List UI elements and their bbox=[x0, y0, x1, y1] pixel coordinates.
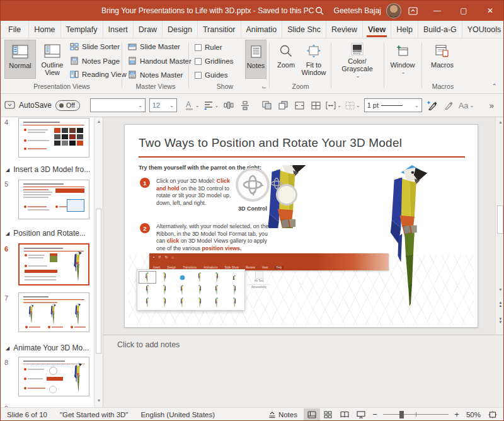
section-insert-3d-model[interactable]: ◢ Insert a 3D Model fro... bbox=[6, 165, 90, 174]
outline-weight-combo[interactable]: 1 pt ⌄ bbox=[364, 98, 422, 112]
merge-cells-button[interactable] bbox=[293, 98, 306, 113]
tab-insert[interactable]: Insert bbox=[103, 21, 134, 38]
tab-file[interactable]: File bbox=[1, 21, 29, 38]
send-backward-button[interactable] bbox=[277, 98, 289, 113]
borders-button[interactable]: ⌄ bbox=[345, 98, 360, 113]
normal-view-button[interactable]: Normal bbox=[4, 40, 36, 79]
slide-5-thumbnail[interactable] bbox=[18, 180, 89, 219]
autosave-toggle[interactable]: Off bbox=[55, 100, 80, 111]
slide-8-thumbnail[interactable] bbox=[18, 357, 89, 396]
touch-mouse-mode-icon[interactable] bbox=[4, 101, 15, 110]
zoom-level[interactable]: 50% bbox=[462, 411, 484, 418]
slide-6-number: 6 bbox=[4, 245, 8, 253]
zoom-slider-thumb[interactable] bbox=[399, 411, 404, 418]
zoom-out-icon[interactable]: − bbox=[369, 408, 381, 421]
qat-more-icon[interactable]: » bbox=[485, 98, 498, 113]
notes-page-button[interactable]: Notes Page bbox=[69, 57, 120, 65]
fit-to-window-button[interactable]: Fit to Window bbox=[299, 40, 328, 79]
notes-status-toggle[interactable]: Notes bbox=[262, 411, 304, 418]
tab-home[interactable]: Home bbox=[29, 21, 60, 38]
section-animate-3d[interactable]: ◢ Animate Your 3D Mo... bbox=[6, 343, 89, 352]
split-cells-button[interactable] bbox=[309, 98, 322, 113]
avatar[interactable] bbox=[386, 3, 401, 18]
notes-placeholder[interactable]: Click to add notes bbox=[117, 340, 180, 349]
tab-view[interactable]: View bbox=[363, 21, 391, 38]
font-size-combo[interactable]: 12 ⌄ bbox=[149, 98, 177, 112]
language-indicator[interactable]: English (United States) bbox=[134, 411, 221, 418]
minimize-button[interactable]: — bbox=[424, 1, 450, 21]
notes-toggle-button[interactable]: Notes bbox=[245, 40, 266, 79]
close-button[interactable]: ✕ bbox=[477, 1, 503, 21]
slide-editing-area[interactable]: Two Ways to Position and Rotate Your 3D … bbox=[103, 117, 495, 335]
eyedropper-pen-icon[interactable] bbox=[442, 98, 455, 113]
normal-view-status-button[interactable] bbox=[304, 408, 320, 421]
tab-transitions[interactable]: Transitior bbox=[198, 21, 241, 38]
zoom-in-icon[interactable]: + bbox=[451, 408, 462, 421]
change-case-button[interactable]: Aa ⌄ bbox=[459, 98, 474, 113]
tab-templafy[interactable]: Templafy bbox=[61, 21, 103, 38]
zoom-button[interactable]: Zoom bbox=[273, 40, 299, 79]
tab-animations[interactable]: Animatio bbox=[241, 21, 283, 38]
notes-master-button[interactable]: Notes Master bbox=[127, 71, 183, 79]
bring-forward-button[interactable] bbox=[260, 98, 273, 113]
macros-button[interactable]: Macros bbox=[427, 40, 458, 79]
section-position-rotate[interactable]: ◢ Position and Rotate... bbox=[6, 229, 86, 238]
tab-review[interactable]: Review bbox=[326, 21, 363, 38]
tab-draw[interactable]: Draw bbox=[134, 21, 163, 38]
reading-view-icon bbox=[69, 71, 80, 78]
slide-4-thumbnail[interactable] bbox=[18, 118, 89, 158]
slide-sorter-status-button[interactable] bbox=[320, 408, 336, 421]
ribbon-display-options-icon[interactable] bbox=[401, 1, 424, 21]
normal-view-label: Normal bbox=[9, 62, 31, 69]
tab-help[interactable]: Help bbox=[391, 21, 418, 38]
handout-master-button[interactable]: Handout Master bbox=[127, 57, 192, 65]
search-icon[interactable] bbox=[310, 6, 329, 15]
font-name-combo[interactable]: ⌄ bbox=[90, 98, 146, 112]
tab-design[interactable]: Design bbox=[163, 21, 198, 38]
gridlines-checkbox[interactable]: Gridlines bbox=[195, 57, 233, 65]
slide-sorter-button[interactable]: Slide Sorter bbox=[69, 43, 120, 50]
slide-master-button[interactable]: Slide Master bbox=[127, 43, 180, 50]
outline-view-button[interactable]: Outline View bbox=[37, 40, 67, 79]
tab-youtools[interactable]: YOUtools bbox=[462, 21, 504, 38]
main-scrollbar-thumb[interactable] bbox=[497, 205, 503, 234]
tab-build-a-graphic[interactable]: Build-a-G bbox=[418, 21, 462, 38]
section-name-indicator[interactable]: "Get Started with 3D" bbox=[54, 411, 135, 418]
show-dialog-launcher-icon[interactable]: ⌙ bbox=[261, 84, 266, 90]
tab-slide-show[interactable]: Slide Shc bbox=[282, 21, 326, 38]
previous-slide-button[interactable]: ▲▲ bbox=[496, 301, 504, 308]
thumbnail-scrollbar[interactable]: ▲ ▼ bbox=[94, 117, 103, 407]
thumbnail-scrollbar-thumb[interactable] bbox=[96, 209, 101, 354]
thumbnail-scroll-down-icon[interactable]: ▼ bbox=[94, 398, 103, 403]
font-color-button[interactable]: A ⌄ bbox=[185, 98, 200, 113]
guides-checkbox[interactable]: Guides bbox=[195, 71, 227, 79]
slide-show-status-button[interactable] bbox=[353, 408, 369, 421]
cell-size-button[interactable]: ⌄ bbox=[326, 98, 341, 113]
reading-view-status-button[interactable] bbox=[336, 408, 353, 421]
format-painter-pen-icon[interactable] bbox=[426, 98, 438, 113]
user-name[interactable]: Geetesh Bajaj bbox=[334, 6, 381, 15]
slide-6-thumbnail[interactable] bbox=[18, 243, 89, 285]
slide-canvas[interactable]: Two Ways to Position and Rotate Your 3D … bbox=[124, 124, 478, 328]
slide-7-thumbnail[interactable] bbox=[18, 292, 89, 332]
align-objects-button[interactable]: ⌄ bbox=[203, 98, 219, 113]
thumbnail-scroll-up-icon[interactable]: ▲ bbox=[94, 119, 103, 124]
maximize-button[interactable]: ▢ bbox=[450, 1, 477, 21]
zoom-magnifier-icon bbox=[279, 43, 293, 59]
3d-parrot-model[interactable] bbox=[375, 164, 445, 306]
fit-to-window-icon[interactable] bbox=[484, 408, 501, 421]
align-middle-button[interactable] bbox=[239, 98, 251, 113]
scroll-up-icon[interactable]: ▲ bbox=[496, 120, 504, 124]
distribute-horizontal-button[interactable] bbox=[222, 98, 235, 113]
main-scrollbar[interactable]: ▲ ▼ ▲▲ ▼▼ bbox=[495, 117, 504, 335]
ruler-checkbox[interactable]: Ruler bbox=[195, 43, 222, 51]
window-button[interactable]: Window ⌄ bbox=[387, 40, 418, 79]
color-grayscale-button[interactable]: Color/ Grayscale ⌄ bbox=[335, 40, 380, 79]
collapse-ribbon-icon[interactable]: ⌃ bbox=[492, 83, 497, 89]
zoom-slider[interactable] bbox=[383, 408, 449, 421]
next-slide-button[interactable]: ▼▼ bbox=[496, 318, 504, 324]
scroll-down-icon[interactable]: ▼ bbox=[496, 287, 504, 292]
zoom-slider-center-tick bbox=[416, 412, 416, 417]
notes-pane[interactable]: Click to add notes bbox=[103, 335, 504, 407]
reading-view-button[interactable]: Reading View bbox=[69, 71, 127, 78]
